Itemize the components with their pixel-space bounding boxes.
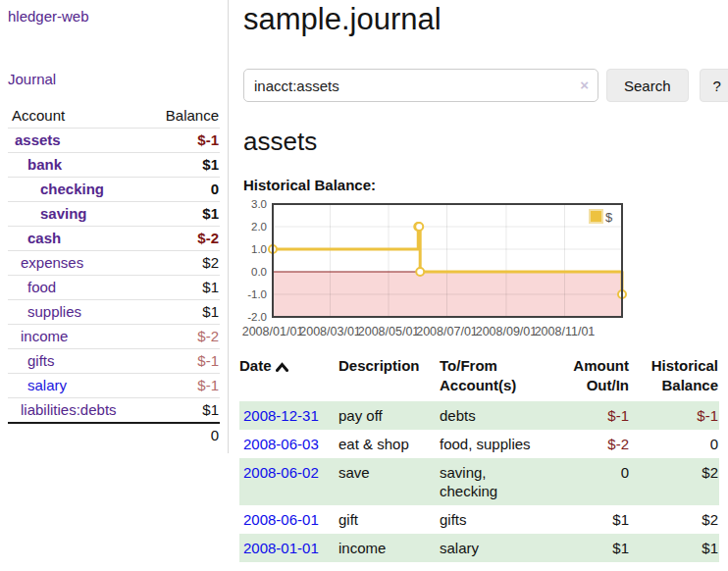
account-link[interactable]: income	[21, 328, 68, 344]
account-link[interactable]: saving	[40, 205, 87, 222]
account-balance: $-2	[146, 325, 220, 349]
account-link[interactable]: salary	[27, 377, 67, 393]
app-layout: hledger-web Journal Account Balance asse…	[0, 0, 728, 562]
accounts-header-balance: Balance	[146, 104, 220, 129]
app-title-link[interactable]: hledger-web	[8, 8, 89, 25]
account-row: bank$1	[8, 153, 220, 178]
chart-label: Historical Balance:	[243, 177, 728, 193]
account-row: supplies$1	[8, 300, 220, 325]
account-balance: $1	[146, 300, 220, 325]
transaction-date-link[interactable]: 2008-12-31	[243, 407, 319, 424]
account-link[interactable]: cash	[27, 230, 61, 246]
accounts-table: Account Balance assets$-1bank$1checking0…	[8, 104, 220, 447]
account-link[interactable]: bank	[27, 156, 62, 173]
search-input[interactable]	[243, 69, 598, 102]
sort-asc-icon	[276, 362, 288, 372]
register-row: 2008-06-03eat & shopfood, supplies$-20	[239, 430, 719, 458]
account-link[interactable]: liabilities:debts	[21, 401, 117, 418]
sidebar-item-journal[interactable]: Journal	[8, 71, 220, 87]
account-balance: $-1	[146, 129, 220, 153]
account-balance: $2	[146, 251, 220, 276]
transaction-description: income	[338, 534, 440, 562]
transaction-amount: $1	[549, 534, 630, 562]
accounts-header-account: Account	[8, 104, 146, 129]
legend-swatch	[590, 210, 602, 223]
account-row: income$-2	[8, 325, 220, 349]
account-balance: $-1	[146, 349, 220, 374]
account-balance: $1	[146, 202, 220, 227]
y-axis-tick-label: -1.0	[247, 288, 267, 300]
transaction-balance: $2	[630, 458, 719, 505]
search-button[interactable]: Search	[606, 69, 689, 102]
y-axis-tick-label: -2.0	[247, 311, 267, 323]
historical-balance-chart: 3.02.01.00.0-1.0-2.02008/01/012008/03/01…	[243, 197, 636, 344]
chart-data-point	[416, 268, 424, 276]
register-row: 2008-06-01giftgifts$1$2	[239, 505, 719, 534]
transaction-date-link[interactable]: 2008-01-01	[243, 540, 319, 556]
transaction-description: pay off	[338, 401, 440, 430]
transaction-balance: $-1	[630, 401, 719, 430]
y-axis-tick-label: 0.0	[251, 266, 267, 278]
transaction-date-link[interactable]: 2008-06-02	[243, 464, 319, 481]
transaction-amount: $1	[549, 505, 630, 534]
page-title: sample.journal	[243, 2, 728, 37]
x-axis-tick-label: 2008/01/01	[242, 325, 304, 338]
account-row: cash$-2	[8, 227, 220, 251]
transaction-accounts: food, supplies	[440, 430, 549, 458]
transaction-amount: $-1	[549, 401, 630, 430]
account-row: checking0	[8, 178, 220, 202]
transaction-amount: $-2	[549, 430, 630, 458]
account-balance: $1	[146, 276, 220, 300]
y-axis-tick-label: 1.0	[251, 243, 267, 255]
help-button[interactable]: ?	[700, 69, 728, 102]
clear-search-icon[interactable]: ×	[580, 77, 589, 94]
register-header-balance: Historical Balance	[630, 354, 719, 401]
account-balance: $1	[146, 398, 220, 424]
account-link[interactable]: checking	[40, 181, 104, 197]
transaction-accounts: salary	[440, 534, 549, 562]
account-row: liabilities:debts$1	[8, 398, 220, 424]
register-header-date[interactable]: Date	[239, 354, 338, 401]
account-balance: $-1	[146, 374, 220, 398]
transaction-date-link[interactable]: 2008-06-01	[243, 511, 319, 528]
transaction-balance: $2	[630, 505, 719, 534]
account-balance: 0	[146, 178, 220, 202]
account-link[interactable]: gifts	[27, 352, 55, 369]
accounts-total: 0	[146, 423, 220, 447]
transaction-balance: 0	[630, 430, 719, 458]
account-link[interactable]: supplies	[27, 303, 81, 320]
account-row: saving$1	[8, 202, 220, 227]
x-axis-tick-label: 2008/03/01	[299, 325, 361, 338]
register-header-amount: Amount Out/In	[549, 354, 630, 401]
transaction-accounts: debts	[440, 401, 549, 430]
account-balance: $-2	[146, 227, 220, 251]
account-row: gifts$-1	[8, 349, 220, 374]
account-row: expenses$2	[8, 251, 220, 276]
register-table: Date Description To/From Account(s) Amou…	[239, 354, 719, 562]
transaction-date-link[interactable]: 2008-06-03	[243, 436, 319, 452]
transaction-amount: 0	[549, 458, 630, 505]
transaction-accounts: saving, checking	[440, 458, 549, 505]
transaction-description: save	[338, 458, 440, 505]
account-row: food$1	[8, 276, 220, 300]
legend-label: $	[605, 210, 613, 225]
y-axis-tick-label: 3.0	[251, 198, 267, 210]
x-axis-tick-label: 2008/07/01	[416, 325, 478, 338]
account-row: assets$-1	[8, 129, 220, 153]
transaction-description: eat & shop	[338, 430, 440, 458]
account-page-title: assets	[243, 126, 728, 157]
register-header-description: Description	[338, 354, 440, 401]
transaction-balance: $1	[630, 534, 719, 562]
register-row: 2008-06-02savesaving, checking0$2	[239, 458, 719, 505]
account-link[interactable]: food	[27, 279, 56, 295]
account-balance: $1	[146, 153, 220, 178]
search-form: × Search ?	[243, 69, 728, 102]
chart-data-point	[415, 223, 423, 231]
register-row: 2008-01-01incomesalary$1$1	[239, 534, 719, 562]
transaction-accounts: gifts	[440, 505, 549, 534]
register-row: 2008-12-31pay offdebts$-1$-1	[239, 401, 719, 430]
account-link[interactable]: expenses	[21, 254, 83, 271]
x-axis-tick-label: 2008/11/01	[535, 325, 596, 338]
account-link[interactable]: assets	[15, 131, 61, 148]
y-axis-tick-label: 2.0	[251, 221, 267, 233]
